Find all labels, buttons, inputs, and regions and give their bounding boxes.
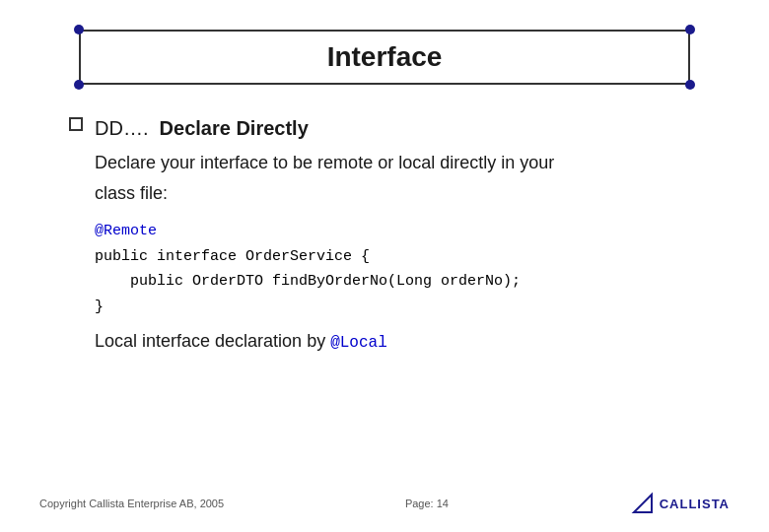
corner-dot-tl (74, 25, 84, 34)
sub-text-2: class file: (95, 180, 700, 207)
code-block: @Remote public interface OrderService { … (95, 219, 674, 319)
footer-page: Page: 14 (405, 498, 449, 509)
callista-triangle-container (630, 491, 656, 516)
corner-dot-tr (685, 25, 695, 34)
local-text: Local interface declaration by @Local (95, 331, 700, 352)
corner-dot-bl (74, 80, 84, 90)
callista-logo: CALLISTA (630, 491, 730, 516)
title-wrapper: Interface (79, 30, 690, 85)
code-line-3: public OrderDTO findByOrderNo(Long order… (95, 269, 674, 295)
slide-title: Interface (327, 41, 443, 72)
callista-text: CALLISTA (660, 497, 730, 511)
slide-content: DD…. Declare Directly Declare your inter… (39, 114, 730, 352)
title-border: Interface (79, 30, 690, 85)
sub-text-1: Declare your interface to be remote or l… (95, 150, 700, 176)
corner-dot-br (685, 80, 695, 90)
code-line-2: public interface OrderService { (95, 244, 674, 270)
local-annotation: @Local (330, 334, 387, 352)
bullet-item: DD…. Declare Directly (69, 114, 700, 142)
local-text-label: Local interface declaration by (95, 331, 330, 351)
slide: Interface DD…. Declare Directly Declare … (0, 0, 769, 532)
code-line-4: } (95, 295, 674, 320)
svg-marker-0 (634, 495, 652, 512)
footer-copyright: Copyright Callista Enterprise AB, 2005 (39, 498, 224, 509)
bullet-bold: Declare Directly (160, 117, 309, 139)
code-line-1: @Remote (95, 219, 674, 244)
footer: Copyright Callista Enterprise AB, 2005 P… (39, 491, 730, 516)
bullet-checkbox-icon (69, 117, 83, 131)
callista-triangle-icon (630, 491, 656, 516)
bullet-label: DD…. (95, 117, 148, 139)
bullet-text: DD…. Declare Directly (95, 114, 309, 142)
